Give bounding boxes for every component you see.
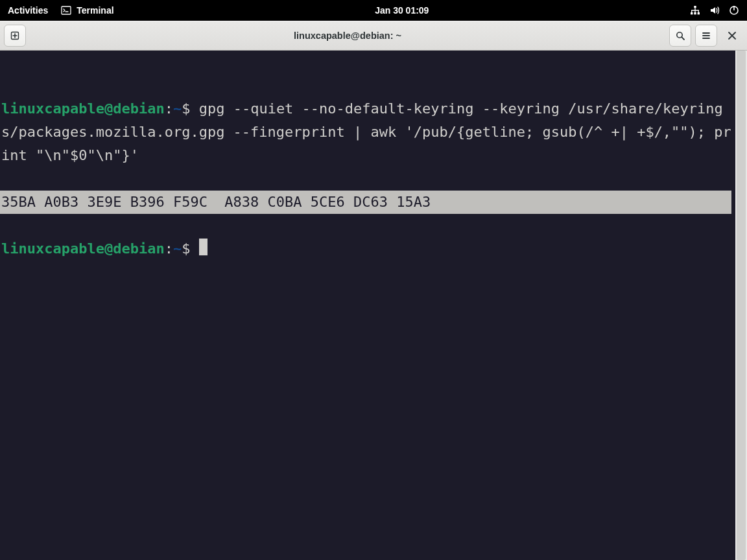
svg-rect-0 [62,6,71,14]
close-window-button[interactable] [721,25,743,47]
search-button[interactable] [669,25,691,47]
panel-status-area[interactable] [690,5,739,16]
volume-icon [709,5,720,16]
prompt-colon: : [165,100,173,117]
active-app-indicator[interactable]: Terminal [61,5,113,16]
network-icon [690,5,700,16]
prompt-symbol: $ [182,240,190,257]
gnome-top-panel: Activities Terminal Jan 30 01:09 [0,0,747,21]
svg-rect-2 [691,12,693,14]
hamburger-menu-button[interactable] [695,25,717,47]
terminal-content: linuxcapable@debian:~$ gpg --quiet --no-… [0,97,731,261]
panel-clock[interactable]: Jan 30 01:09 [114,5,690,16]
svg-rect-6 [733,6,735,10]
terminal-viewport[interactable]: linuxcapable@debian:~$ gpg --quiet --no-… [0,51,747,560]
active-app-name: Terminal [77,5,113,16]
panel-left: Activities Terminal [8,5,114,16]
prompt-path: ~ [173,240,182,257]
terminal-scrollbar[interactable] [735,51,747,560]
prompt-user: linuxcapable@debian [1,100,165,117]
svg-rect-1 [694,6,696,8]
svg-rect-3 [694,12,696,14]
blank-line [1,214,731,237]
activities-button[interactable]: Activities [8,5,48,16]
prompt-user: linuxcapable@debian [1,240,165,257]
blank-line [1,167,731,191]
prompt-colon: : [165,240,173,257]
new-tab-button[interactable] [4,25,26,47]
prompt-path: ~ [173,100,182,117]
power-icon [729,5,739,16]
prompt-symbol: $ [182,100,190,117]
scrollbar-thumb[interactable] [737,51,746,560]
terminal-cursor [199,239,208,255]
terminal-app-icon [61,5,71,16]
fingerprint-output: 35BA A0B3 3E9E B396 F59C A838 C0BA 5CE6 … [0,191,731,214]
window-title: linuxcapable@debian: ~ [30,30,665,41]
window-titlebar: linuxcapable@debian: ~ [0,21,747,51]
svg-rect-4 [698,12,700,14]
